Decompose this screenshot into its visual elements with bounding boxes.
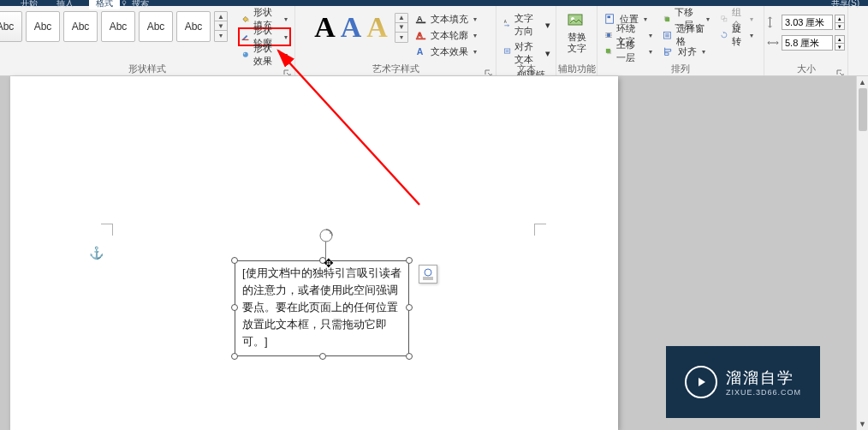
selection-pane-button[interactable]: 选择窗格 [659, 27, 714, 43]
chevron-down-icon: ▾ [284, 33, 288, 41]
shape-style-thumb[interactable]: Abc [63, 11, 98, 42]
dialog-launcher[interactable] [485, 66, 493, 75]
shape-style-thumb[interactable]: Abc [0, 11, 22, 42]
width-spinner[interactable]: ▴▾ [835, 35, 845, 51]
svg-point-0 [122, 1, 126, 4]
dialog-launcher[interactable] [836, 66, 845, 75]
wordart-thumb[interactable]: A [314, 11, 336, 44]
alt-text-line1: 替换 [568, 32, 586, 43]
bring-forward-button[interactable]: 上移一层 ▾ [601, 44, 656, 59]
wordart-gallery[interactable]: A A A ▲ ▼ ▾ [311, 11, 412, 44]
document-area: ⚓ [使用文档中的独特引言吸引读者的注意力，或者使用此空间强调要点。要在此页面上… [0, 76, 868, 430]
resize-handle[interactable] [231, 304, 238, 311]
position-icon [604, 13, 616, 25]
align-button[interactable]: 对齐 ▾ [659, 44, 714, 59]
svg-rect-9 [416, 39, 425, 40]
watermark-title: 溜溜自学 [726, 367, 801, 388]
shape-effects-button[interactable]: 形状效果 ▾ [238, 47, 291, 63]
svg-rect-12 [504, 49, 509, 53]
resize-handle[interactable] [406, 257, 413, 264]
text-direction-button[interactable]: A 文字方向 ▾ [502, 11, 552, 39]
group-label: 艺术字样式 [295, 63, 496, 75]
svg-rect-23 [722, 16, 725, 20]
shape-style-thumb[interactable]: Abc [176, 11, 211, 42]
resize-handle[interactable] [406, 353, 413, 360]
group-label: 辅助功能 [556, 63, 597, 75]
chevron-down-icon: ▾ [649, 48, 652, 56]
svg-point-4 [243, 52, 248, 57]
layout-options-icon [421, 267, 435, 281]
layout-options-button[interactable] [419, 265, 437, 284]
gallery-spinner[interactable]: ▲ ▼ ▾ [395, 13, 408, 43]
shape-style-thumb[interactable]: Abc [101, 11, 135, 42]
rotate-icon [720, 29, 728, 41]
play-icon [685, 366, 717, 398]
group-label: 大小 [764, 63, 847, 75]
gallery-more-icon[interactable]: ▾ [395, 33, 407, 42]
height-field[interactable]: 3.03 厘米 ▴▾ [767, 15, 845, 30]
resize-handle[interactable] [406, 304, 413, 311]
svg-rect-15 [606, 15, 614, 24]
watermark-url: ZIXUE.3D66.COM [726, 388, 801, 397]
wordart-thumb[interactable]: A [366, 11, 388, 44]
chevron-down-icon: ▾ [284, 15, 288, 23]
height-spinner[interactable]: ▴▾ [835, 15, 845, 30]
wordart-thumb[interactable]: A [341, 11, 362, 44]
svg-rect-7 [416, 22, 425, 24]
margin-corner [101, 224, 113, 236]
svg-rect-16 [608, 16, 611, 19]
rotate-handle[interactable] [318, 228, 334, 243]
text-effects-button[interactable]: A 文本效果 ▾ [412, 44, 480, 59]
svg-rect-19 [606, 49, 610, 53]
scroll-down-icon[interactable]: ▼ [857, 418, 868, 430]
group-label: 文本 [496, 63, 556, 75]
textbox[interactable]: [使用文档中的独特引言吸引读者的注意力，或者使用此空间强调要点。要在此页面上的任… [235, 260, 409, 356]
text-outline-button[interactable]: A 文本轮廓 ▾ [412, 27, 480, 43]
group-shape-styles: Abc Abc Abc Abc Abc Abc ▲ ▼ ▾ 形状填充 ▾ [0, 6, 295, 76]
shape-style-gallery[interactable]: Abc Abc Abc Abc Abc Abc ▲ ▼ ▾ [0, 11, 235, 42]
gallery-more-icon[interactable]: ▾ [215, 31, 227, 40]
gallery-spinner[interactable]: ▲ ▼ ▾ [214, 11, 228, 42]
dialog-launcher[interactable] [283, 66, 292, 75]
fill-bucket-icon [241, 13, 250, 25]
width-field[interactable]: 5.8 厘米 ▴▾ [767, 35, 845, 51]
shape-style-thumb[interactable]: Abc [139, 11, 173, 42]
scroll-up-icon[interactable]: ▲ [857, 76, 868, 88]
outline-pen-icon [241, 31, 250, 43]
svg-rect-3 [242, 39, 249, 40]
height-icon [767, 16, 779, 28]
svg-point-5 [244, 53, 246, 55]
svg-rect-21 [665, 17, 669, 21]
group-objects-button[interactable]: 组合 ▾ [716, 11, 757, 27]
svg-rect-24 [723, 18, 727, 21]
group-arrange: 位置 ▾ 环绕文字 ▾ 上移一层 ▾ 下移一层 ▾ [597, 6, 764, 76]
gallery-down-icon[interactable]: ▼ [215, 21, 227, 31]
resize-handle[interactable] [231, 353, 238, 360]
bring-forward-icon [604, 45, 613, 57]
alt-text-button[interactable]: 替换 文字 [560, 11, 594, 54]
resize-handle[interactable] [319, 353, 326, 360]
margin-corner [534, 224, 546, 236]
chevron-down-icon: ▾ [750, 32, 753, 39]
height-value[interactable]: 3.03 厘米 [782, 15, 833, 30]
bring-forward-label: 上移一层 [616, 39, 643, 64]
scroll-thumb[interactable] [859, 88, 867, 131]
selection-pane-icon [663, 29, 673, 41]
gallery-up-icon[interactable]: ▲ [215, 12, 227, 21]
svg-point-2 [247, 21, 249, 22]
vertical-scrollbar[interactable]: ▲ ▼ [856, 76, 868, 430]
svg-text:A: A [417, 30, 423, 39]
document-page[interactable]: ⚓ [使用文档中的独特引言吸引读者的注意力，或者使用此空间强调要点。要在此页面上… [10, 76, 618, 430]
resize-handle[interactable] [231, 257, 238, 264]
shape-style-thumb[interactable]: Abc [26, 11, 60, 42]
gallery-down-icon[interactable]: ▼ [395, 23, 407, 33]
width-value[interactable]: 5.8 厘米 [782, 35, 833, 51]
group-objects-label: 组合 [732, 6, 745, 32]
textbox-selected[interactable]: [使用文档中的独特引言吸引读者的注意力，或者使用此空间强调要点。要在此页面上的任… [235, 260, 409, 356]
text-effects-icon: A [415, 45, 427, 57]
send-backward-icon [663, 13, 671, 25]
text-fill-button[interactable]: A 文本填充 ▾ [412, 11, 480, 27]
text-outline-icon: A [415, 29, 427, 41]
gallery-up-icon[interactable]: ▲ [395, 14, 407, 23]
textbox-content[interactable]: [使用文档中的独特引言吸引读者的注意力，或者使用此空间强调要点。要在此页面上的任… [242, 265, 401, 350]
